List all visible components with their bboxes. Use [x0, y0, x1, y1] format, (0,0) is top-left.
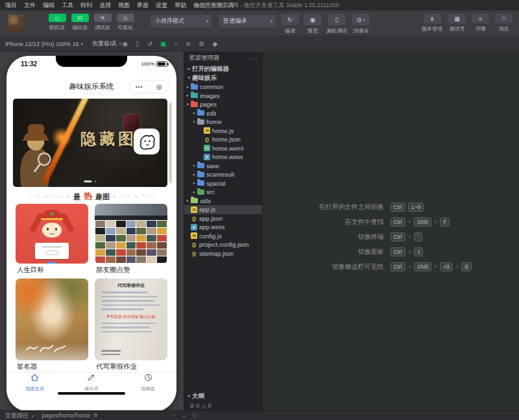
mode-dropdown[interactable]: 小程序模式	[151, 15, 211, 27]
dot-active	[84, 180, 92, 182]
close-target-icon[interactable]: ◎	[150, 83, 169, 90]
menu-item-9[interactable]: 帮助	[175, 1, 186, 10]
menu-item-3[interactable]: 工具	[62, 1, 73, 10]
dialog-popup	[35, 243, 69, 259]
tree-item-home[interactable]: ▾home	[184, 117, 262, 127]
toggle-可视化[interactable]: ◫可视化	[116, 14, 134, 31]
rotate-icon[interactable]: ↺	[147, 40, 152, 47]
outline-section[interactable]: ▸ 大纲	[184, 391, 262, 401]
menu-item-0[interactable]: 项目	[5, 1, 17, 10]
settings-icon[interactable]: ⚙	[199, 40, 204, 47]
tree-item-pages[interactable]: ▾pages	[184, 100, 262, 109]
copy-path-icon[interactable]: ⧉	[93, 412, 97, 419]
magnifier-icon[interactable]: ⌕	[174, 40, 178, 48]
tree-item-spacial[interactable]: ▸spacial	[184, 179, 262, 188]
tree-item-home.wxss[interactable]: #home.wxss	[184, 153, 262, 162]
tree-item-label: common	[200, 83, 223, 90]
problems-summary[interactable]: ⊘ 0 △ 0	[184, 401, 262, 410]
card-likes[interactable]: 朋友圈点赞	[95, 204, 167, 275]
menu-item-5[interactable]: 选择	[99, 1, 111, 10]
tree-item-save[interactable]: ▸save	[184, 162, 262, 171]
tree-item-home.wxml[interactable]: <>home.wxml	[184, 144, 262, 153]
tree-item-home.json[interactable]: {}home.json	[184, 135, 262, 144]
network-icon[interactable]: ≋	[186, 40, 191, 47]
tree-item-label: home.js	[212, 127, 234, 134]
compile-mode-dropdown[interactable]: 普通编译	[219, 15, 276, 27]
menu-item-2[interactable]: 编辑	[43, 1, 54, 10]
card-sign[interactable]: 签名器	[16, 278, 88, 371]
card-homework[interactable]: 代写寒假作业开学延期 作业照做 预订从速!代写寒假作业	[95, 278, 167, 371]
tree-item-app.json[interactable]: {}app.json	[184, 214, 262, 223]
tab-隐图生成[interactable]: 隐图生成	[6, 373, 63, 391]
card-image-target[interactable]	[16, 204, 88, 264]
user-avatar[interactable]	[8, 14, 25, 31]
avatar-thumb	[127, 228, 136, 234]
action-清缓存[interactable]: ⊘▾清缓存	[352, 14, 370, 34]
menu-item-8[interactable]: 设置	[156, 1, 167, 10]
tree-item-project.config.json[interactable]: {}project.config.json	[184, 240, 262, 249]
tree-item-utils[interactable]: ▸utils	[184, 197, 262, 206]
menu-item-4[interactable]: 转到	[80, 1, 92, 10]
chevron-right-icon: ▸	[186, 393, 192, 399]
action-label: 消息	[499, 25, 509, 32]
editor-pane[interactable]: 在打开的文件之间切换Ctrl1~9在文件中查找Ctrl+Shift+F切换终端C…	[263, 52, 519, 410]
tree-item-app.wxss[interactable]: #app.wxss	[184, 223, 262, 232]
action-版本管理[interactable]: ⋔版本管理	[422, 14, 442, 32]
tree-item-src[interactable]: ▸src	[184, 188, 262, 197]
keycap: Ctrl	[391, 203, 405, 212]
status-diamond-icon[interactable]: ◇	[193, 413, 197, 419]
menu-item-7[interactable]: 界面	[137, 1, 149, 10]
tree-item-edit[interactable]: ▸edit	[184, 109, 262, 118]
banner-carousel[interactable]: 隐藏图	[13, 99, 167, 187]
restart-icon[interactable]: ↻	[109, 40, 114, 47]
action-真机调试[interactable]: ▯真机调试	[326, 14, 347, 34]
open-editors-section[interactable]: ▸ 打开的编辑器	[184, 64, 262, 73]
tree-item-common[interactable]: ▸common	[184, 82, 262, 92]
tree-item-sitemap.json[interactable]: {}sitemap.json	[184, 249, 262, 258]
tab-藏头诗[interactable]: 藏头诗	[63, 373, 119, 391]
record-icon[interactable]: ◉	[122, 40, 128, 47]
folder-icon	[191, 198, 198, 203]
tab-隐藏图[interactable]: 隐藏图	[120, 373, 176, 391]
paper-title: 代写寒假作业	[95, 282, 167, 289]
toggle-模拟器[interactable]: ▢模拟器	[48, 14, 66, 31]
toggle-编辑器[interactable]: 1/1编辑器	[71, 14, 89, 31]
tree-item-images[interactable]: ▸images	[184, 92, 262, 101]
action-测试号[interactable]: ▦测试号	[448, 14, 466, 32]
card-image-homework[interactable]: 代写寒假作业开学延期 作业照做 预订从速!	[95, 278, 167, 360]
avatar-thumb	[116, 256, 126, 263]
tree-item-scanresult[interactable]: ▸scanresult	[184, 170, 262, 179]
page-path-label[interactable]: 页面路径	[5, 412, 29, 420]
tree-item-label: app.json	[199, 215, 223, 222]
menu-item-1[interactable]: 文件	[24, 1, 36, 10]
action-预览[interactable]: ◉预览	[304, 14, 322, 34]
toolbar-toggles: ▢模拟器1/1编辑器%调试器◫可视化	[48, 14, 134, 31]
timer-icon[interactable]: ◔	[173, 413, 176, 419]
action-编译[interactable]: ↻编译	[281, 14, 299, 34]
card-target[interactable]: 人生目标	[16, 204, 88, 275]
card-image-sign[interactable]	[16, 278, 88, 360]
explorer-more-icon[interactable]: ···	[250, 55, 258, 62]
toggle-调试器[interactable]: %调试器	[93, 14, 112, 31]
action-详情[interactable]: ≡详情	[472, 14, 489, 32]
tree-item-label: spacial	[206, 180, 226, 187]
tree-item-app.js[interactable]: JSapp.js	[184, 205, 262, 214]
tree-item-config.js[interactable]: JSconfig.js	[184, 232, 262, 241]
screenshot-icon[interactable]: ▣	[160, 40, 166, 47]
tree-item-label: edit	[206, 110, 216, 117]
menu-item-6[interactable]: 视图	[118, 1, 130, 10]
action-消息[interactable]: ⚐消息	[495, 14, 513, 32]
project-section[interactable]: ▾ 趣味娱乐	[184, 73, 262, 82]
device-selector[interactable]: iPhone 12/13 (Pro) 100% 16	[5, 41, 79, 47]
shortcut-label: 在打开的文件之间切换	[269, 203, 384, 212]
card-label: 代写寒假作业	[96, 362, 167, 371]
section-divider: ◌°◌∘◌ ⋄ ◌°◌∘◌ ⋄ 最 热 趣图 ⋄ ◌°◌∘◌ ⋄ ◌°◌∘◌	[6, 191, 176, 203]
phone-simulator[interactable]: 11:32 100% 趣味娱乐系统 ••• ◎	[6, 56, 176, 412]
toolbar-actions: ↻编译◉预览▯真机调试⊘▾清缓存	[281, 14, 370, 34]
more-menu-icon[interactable]: •••	[130, 84, 149, 90]
card-image-likes[interactable]	[95, 204, 167, 264]
more-icon[interactable]: ◆	[212, 40, 217, 47]
device-frame-icon[interactable]: ▯	[136, 40, 139, 47]
avatar-thumb	[95, 256, 105, 263]
tree-item-home.js[interactable]: JShome.js	[184, 127, 262, 136]
